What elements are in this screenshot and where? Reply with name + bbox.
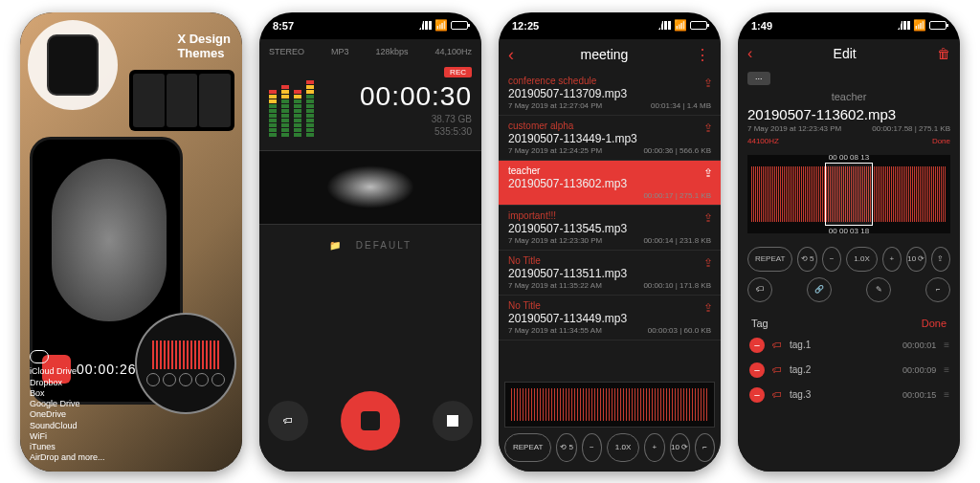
filename: 20190507-113602.mp3	[738, 102, 960, 122]
recording-row[interactable]: teacher20190507-113602.mp300:00:17 | 275…	[499, 161, 721, 206]
selection-start: 00 00 08 13	[829, 153, 869, 162]
file-dur-size: 00:00:17.58 | 275.1 KB	[872, 124, 950, 133]
folder-title: meeting	[581, 47, 629, 62]
tag-button[interactable]: 🏷	[268, 401, 308, 441]
share-button[interactable]: ⇪	[931, 247, 950, 272]
mini-player: REPEAT ⟲ 5 − 1.0X + 10 ⟳ ⌐	[504, 382, 715, 462]
tag-icon: 🏷	[772, 389, 782, 400]
done-link[interactable]: Done	[932, 137, 950, 145]
level-meters	[269, 70, 314, 137]
crop-button[interactable]: ⌐	[695, 433, 715, 462]
row-date: 7 May 2019 at 12:23:30 PM	[508, 236, 602, 245]
tag-icon: 🏷	[772, 340, 782, 350]
category-label: teacher	[738, 91, 960, 102]
more-button[interactable]: ⋮	[695, 46, 711, 64]
drag-handle-icon[interactable]: ≡	[944, 340, 948, 350]
share-icon[interactable]: ⇪	[703, 121, 713, 135]
skip-back-button[interactable]: ⟲ 5	[556, 433, 576, 462]
player-waveform[interactable]	[504, 382, 715, 428]
status-icons: 📶	[897, 19, 947, 32]
link-button[interactable]: 🔗	[807, 277, 832, 302]
row-date: 7 May 2019 at 12:27:04 PM	[508, 101, 602, 110]
close-button[interactable]: ‹	[747, 45, 752, 62]
tags-done-button[interactable]: Done	[922, 318, 947, 329]
waveform-editor[interactable]: 00 00 08 13 00 00 03 18	[747, 155, 950, 233]
status-icons: 📶	[657, 19, 707, 32]
speed-up-button[interactable]: +	[644, 433, 664, 462]
cloud-icon	[30, 350, 49, 363]
recording-row[interactable]: important!!!20190507-113545.mp37 May 201…	[499, 206, 721, 251]
editor-inset	[135, 313, 236, 414]
row-category: No Title	[508, 300, 711, 311]
selection-range[interactable]	[825, 163, 874, 226]
row-dur-size: 00:00:36 | 566.6 KB	[643, 146, 711, 155]
share-icon[interactable]: ⇪	[703, 256, 713, 270]
theme-thumbnails	[129, 70, 234, 131]
recordings-list-screen: 12:25 📶 ‹ meeting ⋮ conference schedule2…	[499, 12, 721, 472]
row-filename: 20190507-113602.mp3	[508, 177, 711, 190]
status-icons: 📶	[418, 19, 468, 32]
tag-row[interactable]: −🏷tag.100:00:01≡	[738, 333, 960, 358]
tag-time: 00:00:09	[902, 365, 936, 375]
promo-shot: X DesignThemes 00:00:26 iCloud Drive Dro…	[20, 12, 242, 472]
row-dur-size: 00:00:10 | 171.8 KB	[643, 281, 711, 290]
finish-button[interactable]	[433, 401, 473, 441]
delete-button[interactable]: 🗑	[937, 46, 950, 61]
skip-fwd-button[interactable]: 10 ⟳	[906, 247, 925, 272]
drag-handle-icon[interactable]: ≡	[944, 364, 948, 375]
row-dur-size: 00:01:34 | 1.4 MB	[651, 101, 711, 110]
row-category: teacher	[508, 165, 711, 176]
skip-back-button[interactable]: ⟲ 5	[797, 247, 816, 272]
watch-inset	[28, 20, 118, 110]
options-chip[interactable]: ···	[747, 72, 770, 85]
back-button[interactable]: ‹	[508, 45, 514, 65]
row-dur-size: 00:00:17 | 275.1 KB	[643, 191, 711, 200]
row-filename: 20190507-113449.mp3	[508, 312, 711, 325]
repeat-button[interactable]: REPEAT	[504, 433, 551, 462]
edit-screen: 1:49 📶 ‹ Edit 🗑 ··· teacher 20190507-113…	[738, 12, 960, 472]
crop-button[interactable]: ⌐	[925, 277, 950, 302]
share-icon[interactable]: ⇪	[703, 77, 713, 90]
tag-row[interactable]: −🏷tag.200:00:09≡	[738, 358, 960, 383]
row-filename: 20190507-113709.mp3	[508, 87, 711, 100]
speed-down-button[interactable]: −	[582, 433, 602, 462]
folder-icon[interactable]: 📁	[329, 240, 343, 251]
row-dur-size: 00:00:03 | 60.0 KB	[648, 326, 711, 335]
tag-icon: 🏷	[772, 364, 782, 375]
remove-tag-button[interactable]: −	[749, 338, 765, 353]
microphone-graphic	[52, 159, 167, 321]
storage-free: 38.73 GB	[323, 114, 472, 124]
elapsed-timer: 00:00:30	[323, 81, 472, 112]
recording-row[interactable]: customer alpha20190507-113449-1.mp37 May…	[499, 116, 721, 161]
tag-button[interactable]: 🏷	[747, 277, 772, 302]
speed-down-button[interactable]: −	[822, 247, 841, 272]
remove-tag-button[interactable]: −	[749, 362, 765, 378]
speed-button[interactable]: 1.0X	[607, 433, 639, 462]
share-icon[interactable]: ⇪	[703, 301, 713, 315]
share-icon[interactable]: ⇪	[703, 166, 713, 180]
share-icon[interactable]: ⇪	[703, 211, 713, 225]
record-stop-button[interactable]	[341, 391, 400, 450]
promo-title: X DesignThemes	[177, 32, 231, 61]
speed-button[interactable]: 1.0X	[846, 247, 877, 272]
folder-name[interactable]: DEFAULT	[356, 240, 412, 251]
recording-row[interactable]: No Title20190507-113449.mp37 May 2019 at…	[499, 296, 721, 340]
repeat-button[interactable]: REPEAT	[747, 247, 792, 272]
drag-handle-icon[interactable]: ≡	[944, 389, 948, 400]
tag-name: tag.1	[790, 340, 895, 350]
tag-name: tag.3	[790, 389, 895, 400]
file-format: 44100HZ	[747, 137, 779, 145]
row-category: No Title	[508, 255, 711, 266]
skip-fwd-button[interactable]: 10 ⟳	[670, 433, 690, 462]
tag-heading: Tag	[751, 318, 768, 329]
speed-up-button[interactable]: +	[882, 247, 902, 272]
remove-tag-button[interactable]: −	[749, 387, 765, 403]
row-dur-size: 00:00:14 | 231.8 KB	[643, 236, 711, 245]
live-waveform	[259, 150, 481, 225]
recording-row[interactable]: conference schedule20190507-113709.mp37 …	[499, 71, 721, 116]
format-info: STEREO MP3 128kbps 44,100Hz	[259, 39, 481, 60]
sign-button[interactable]: ✎	[866, 277, 891, 302]
recording-row[interactable]: No Title20190507-113511.mp37 May 2019 at…	[499, 251, 721, 296]
tag-row[interactable]: −🏷tag.300:00:15≡	[738, 383, 960, 407]
row-filename: 20190507-113545.mp3	[508, 222, 711, 235]
